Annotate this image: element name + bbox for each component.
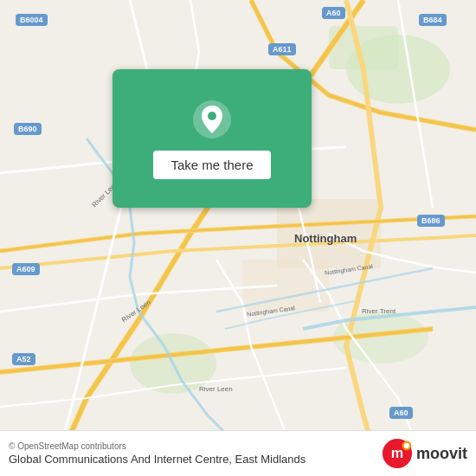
svg-text:m: m <box>391 445 403 460</box>
map-popup: Take me there <box>113 69 312 208</box>
road-badge-a609: A609 <box>12 263 40 275</box>
moovit-logo: m moovit <box>382 438 467 469</box>
road-badge-a611: A611 <box>268 43 296 55</box>
label-river-leen-3: River Leen <box>199 385 233 393</box>
road-badge-a60-bottom: A60 <box>389 407 413 419</box>
moovit-text: moovit <box>416 445 467 463</box>
bottom-bar-left: © OpenStreetMap contributors Global Comm… <box>9 441 382 466</box>
take-me-there-button[interactable]: Take me there <box>153 151 270 179</box>
road-badge-b686: B686 <box>417 215 445 227</box>
label-river-trent: River Trent <box>362 307 396 315</box>
moovit-logo-icon: m <box>382 438 413 469</box>
bottom-bar: © OpenStreetMap contributors Global Comm… <box>0 430 476 476</box>
road-badge-a52: A52 <box>12 353 35 365</box>
road-badge-b6004: B6004 <box>16 14 48 26</box>
copyright-text: © OpenStreetMap contributors <box>9 441 382 451</box>
label-nottingham: Nottingham <box>294 232 357 245</box>
road-badge-a60-top: A60 <box>322 7 345 19</box>
road-badge-b690: B690 <box>14 123 42 135</box>
location-name: Global Communications And Internet Centr… <box>9 453 382 466</box>
map-container: B6004 A60 B684 A611 B690 A609 A52 B686 A… <box>0 0 476 476</box>
road-badge-b684: B684 <box>419 14 447 26</box>
svg-point-8 <box>208 112 216 120</box>
location-pin-icon <box>191 99 233 140</box>
svg-point-12 <box>404 443 409 448</box>
